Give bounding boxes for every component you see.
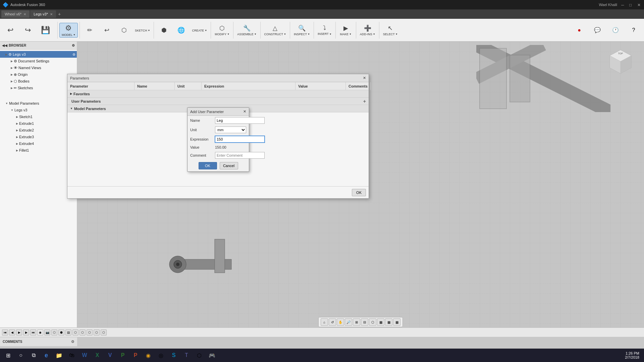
toolbar-model[interactable]: ⚙ MODEL ▼ xyxy=(59,23,78,38)
timeline-btn1[interactable]: ⬡ xyxy=(51,329,57,335)
nav-cube[interactable]: TOP xyxy=(607,48,634,75)
taskbar-project[interactable]: P xyxy=(117,349,129,361)
taskbar-teams[interactable]: T xyxy=(180,349,193,361)
taskbar-pp[interactable]: P xyxy=(129,349,142,361)
toolbar-create-btn2[interactable]: 🌐 xyxy=(173,26,190,35)
taskbar-store[interactable]: 🛍 xyxy=(66,349,78,361)
timeline-prev-prev[interactable]: ⏮ xyxy=(2,329,8,335)
timeline-btn6[interactable]: ⬡ xyxy=(87,329,93,335)
tree-doc-settings[interactable]: ▶ ⚙ Document Settings xyxy=(0,58,77,64)
vp-btn-zoom-fit[interactable]: ⊞ xyxy=(353,318,360,326)
toolbar-sketch-label[interactable]: SKETCH ▼ xyxy=(133,28,152,33)
browser-collapse-icon[interactable]: ◀◀ xyxy=(2,44,7,47)
taskbar-skype[interactable]: S xyxy=(168,349,180,361)
toolbar-right-icon4[interactable]: ? xyxy=(625,27,642,34)
add-param-cancel-btn[interactable]: Cancel xyxy=(220,162,238,169)
toolbar-sketch-btn3[interactable]: ⬡ xyxy=(116,26,132,35)
toolbar-modify[interactable]: ⬡ MODIFY ▼ xyxy=(213,24,231,37)
toolbar-select[interactable]: ↖ SELECT ▼ xyxy=(381,24,400,37)
minimize-btn[interactable]: ─ xyxy=(621,3,625,7)
toolbar-undo[interactable]: ↩ xyxy=(2,25,19,35)
tree-extrude1[interactable]: ▶ Extrude1 xyxy=(0,120,77,127)
tab-wheel[interactable]: Wheel v6* ✕ xyxy=(1,10,30,18)
taskbar-word[interactable]: W xyxy=(78,349,91,361)
timeline-prev[interactable]: ◀ xyxy=(9,329,15,335)
vp-btn-zoom[interactable]: 🔎 xyxy=(345,318,352,326)
tree-extrude4[interactable]: ▶ Extrude4 xyxy=(0,140,77,147)
toolbar-construct[interactable]: △ CONSTRUCT ▼ xyxy=(262,24,288,37)
add-param-ok-btn[interactable]: OK xyxy=(199,162,217,169)
taskbar-excel[interactable]: X xyxy=(91,349,103,361)
timeline-btn8[interactable]: ⬡ xyxy=(101,329,107,335)
timeline-btn3[interactable]: ▤ xyxy=(65,329,71,335)
timeline-btn7[interactable]: ⬡ xyxy=(94,329,100,335)
tree-extrude3[interactable]: ▶ Extrude3 xyxy=(0,134,77,140)
vp-btn-pan[interactable]: ✋ xyxy=(337,318,344,326)
toolbar-make[interactable]: ▶ MAKE ▼ xyxy=(337,24,354,37)
toolbar-sketch-btn1[interactable]: ✏ xyxy=(82,26,98,35)
tree-sketch1[interactable]: ▶ Sketch1 xyxy=(0,113,77,120)
taskbar-app3[interactable]: 🎮 xyxy=(206,349,218,361)
tree-bodies[interactable]: ▶ ⬡ Bodies xyxy=(0,78,77,85)
taskbar-start[interactable]: ⊞ xyxy=(2,349,14,361)
toolbar-save[interactable]: 💾 xyxy=(37,25,54,35)
toolbar-create-label[interactable]: CREATE ▼ xyxy=(190,28,209,33)
toolbar-addins[interactable]: ➕ ADD-INS ▼ xyxy=(358,24,377,37)
params-ok-btn[interactable]: OK xyxy=(352,189,366,196)
toolbar-right-icon3[interactable]: 🕐 xyxy=(607,26,624,34)
tree-sketches[interactable]: ▶ ✏ Sketches xyxy=(0,85,77,91)
timeline-next-next[interactable]: ⏭ xyxy=(30,329,36,335)
tab-wheel-close[interactable]: ✕ xyxy=(23,12,26,16)
timeline-btn5[interactable]: ⬡ xyxy=(79,329,86,335)
tab-legs[interactable]: Legs v3* ✕ xyxy=(30,10,56,18)
user-params-add[interactable]: + xyxy=(363,99,366,104)
toolbar-assemble[interactable]: 🔧 ASSEMBLE ▼ xyxy=(235,24,258,37)
browser-settings-icon[interactable]: ⚙ xyxy=(72,44,75,47)
taskbar-app2[interactable]: ⬡ xyxy=(193,349,205,361)
params-dialog-close[interactable]: ✕ xyxy=(363,76,366,80)
taskbar-app1[interactable]: ◉ xyxy=(142,349,154,361)
tree-settings-legs[interactable]: ⚙ xyxy=(72,53,75,56)
taskbar-search[interactable]: ○ xyxy=(15,349,27,361)
tree-model-params[interactable]: ▼ Model Parameters xyxy=(0,100,77,107)
tree-legs-sub[interactable]: ▼ Legs v3 xyxy=(0,107,77,113)
restore-btn[interactable]: □ xyxy=(629,3,633,7)
name-input[interactable] xyxy=(215,117,265,124)
vp-btn-section[interactable]: ⊟ xyxy=(361,318,368,326)
toolbar-right-icon1[interactable]: ● xyxy=(571,27,588,34)
tab-add-btn[interactable]: + xyxy=(57,11,62,17)
taskbar-chrome[interactable]: ◎ xyxy=(155,349,167,361)
timeline-play[interactable]: ▶ xyxy=(16,329,22,335)
timeline-record[interactable]: ◉ xyxy=(37,329,43,335)
tree-origin[interactable]: ▶ ⊕ Origin xyxy=(0,71,77,78)
toolbar-right-icon2[interactable]: 💬 xyxy=(589,26,606,34)
vp-btn-orbit[interactable]: ↺ xyxy=(329,318,336,326)
vp-btn-view[interactable]: ⬡ xyxy=(369,318,376,326)
timeline-next[interactable]: ▶ xyxy=(23,329,29,335)
unit-select[interactable]: mm in cm ft xyxy=(215,126,246,133)
toolbar-inspect[interactable]: 🔍 INSPECT ▼ xyxy=(292,24,312,37)
taskbar-explorer[interactable]: 📁 xyxy=(53,349,65,361)
timeline-camera[interactable]: 📷 xyxy=(44,329,50,335)
expression-input[interactable] xyxy=(215,136,265,143)
timeline-btn2[interactable]: ⬢ xyxy=(58,329,64,335)
vp-btn-home[interactable]: ⌂ xyxy=(321,318,328,326)
add-param-close-icon[interactable]: ✕ xyxy=(243,109,246,114)
timeline-btn4[interactable]: ⬡ xyxy=(72,329,78,335)
vp-btn-display2[interactable]: ▦ xyxy=(385,318,392,326)
tree-named-views[interactable]: ▶ 👁 Named Views xyxy=(0,64,77,71)
vp-btn-display3[interactable]: ▦ xyxy=(393,318,400,326)
toolbar-insert[interactable]: ⤵ INSERT ▼ xyxy=(316,24,334,36)
tab-legs-close[interactable]: ✕ xyxy=(50,12,53,16)
toolbar-create-btn1[interactable]: ⬢ xyxy=(156,26,172,35)
toolbar-redo[interactable]: ↪ xyxy=(19,25,36,35)
taskbar-task-view[interactable]: ⧉ xyxy=(28,349,40,361)
taskbar-visio[interactable]: V xyxy=(104,349,116,361)
tree-extrude2[interactable]: ▶ Extrude2 xyxy=(0,127,77,134)
tree-fillet1[interactable]: ▶ Fillet1 xyxy=(0,147,77,154)
comment-input[interactable] xyxy=(215,152,265,159)
vp-btn-display1[interactable]: ▦ xyxy=(377,318,384,326)
taskbar-edge[interactable]: e xyxy=(40,349,52,361)
toolbar-sketch-btn2[interactable]: ↩ xyxy=(99,26,115,35)
comments-settings-icon[interactable]: ⚙ xyxy=(71,340,74,344)
